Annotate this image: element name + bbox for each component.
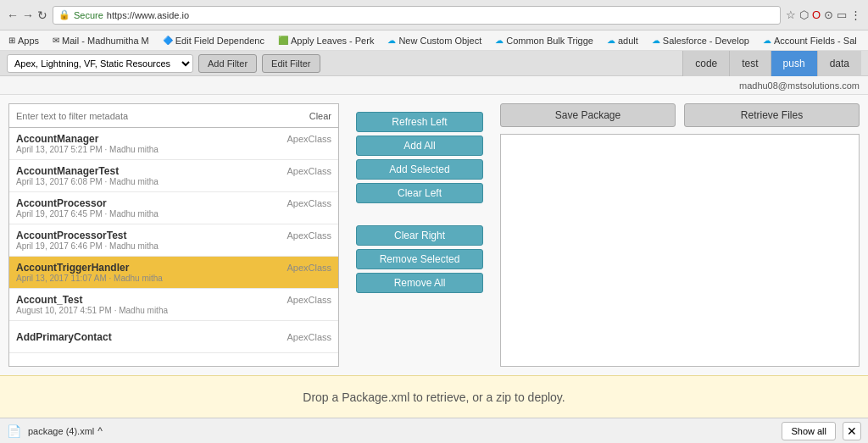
list-item[interactable]: AccountProcessorTest ApexClass April 19,… xyxy=(9,224,338,257)
tab-data[interactable]: data xyxy=(817,51,861,76)
drop-zone-message: Drop a Package.xml to retrieve, or a zip… xyxy=(303,390,565,404)
item-type: ApexClass xyxy=(287,295,331,305)
item-meta: April 13, 2017 11:07 AM · Madhu mitha xyxy=(16,274,331,283)
save-package-button[interactable]: Save Package xyxy=(500,103,676,127)
opera-icon[interactable]: O xyxy=(812,8,821,21)
browser-bar: ← → ↻ 🔒 Secure https://www.aside.io ☆ ⬡ … xyxy=(0,0,868,30)
bookmark-mail[interactable]: ✉ Mail - Madhumitha M xyxy=(49,34,153,47)
bookmarks-bar: ⊞ Apps ✉ Mail - Madhumitha M 🔷 Edit Fiel… xyxy=(0,30,868,51)
bookmark-bulk-trigger-label: Common Bulk Trigge xyxy=(506,36,593,46)
edit-field-icon: 🔷 xyxy=(163,36,173,45)
bookmark-account-fields-label: Account Fields - Sal xyxy=(774,36,857,46)
list-item[interactable]: Account_Test ApexClass August 10, 2017 4… xyxy=(9,289,338,321)
bookmark-apps[interactable]: ⊞ Apps xyxy=(5,34,42,47)
clear-left-button[interactable]: Clear Left xyxy=(356,183,483,203)
adult-icon: ☁ xyxy=(607,36,615,45)
filter-input[interactable] xyxy=(9,104,303,127)
filter-select[interactable]: Apex, Lightning, VF, Static Resources xyxy=(7,54,193,73)
item-meta: August 10, 2017 4:51 PM · Madhu mitha xyxy=(16,306,331,315)
browser-controls: ← → ↻ xyxy=(7,8,47,22)
new-custom-icon: ☁ xyxy=(387,36,396,45)
left-panel: Clear AccountManager ApexClass April 13,… xyxy=(8,103,339,367)
add-all-button[interactable]: Add All xyxy=(356,136,483,156)
item-name: Account_Test xyxy=(16,294,82,306)
drop-zone[interactable]: Drop a Package.xml to retrieve, or a zip… xyxy=(0,375,868,418)
window-icon[interactable]: ▭ xyxy=(837,8,847,21)
item-meta: April 19, 2017 6:45 PM · Madhu mitha xyxy=(16,209,331,219)
metadata-list: AccountManager ApexClass April 13, 2017 … xyxy=(8,127,339,367)
url-secure-label: Secure xyxy=(74,10,103,20)
right-list xyxy=(500,134,860,367)
middle-panel: Refresh Left Add All Add Selected Clear … xyxy=(348,103,492,367)
lock-icon: 🔒 xyxy=(58,9,70,20)
app-toolbar: Apex, Lightning, VF, Static Resources Ad… xyxy=(0,51,868,76)
tab-test[interactable]: test xyxy=(729,51,770,76)
filter-bar: Clear xyxy=(8,103,339,127)
bookmark-apply-leaves[interactable]: 🟩 Apply Leaves - Perk xyxy=(275,34,377,47)
star-icon[interactable]: ☆ xyxy=(786,8,796,21)
item-type: ApexClass xyxy=(287,134,331,144)
add-filter-button[interactable]: Add Filter xyxy=(198,54,257,73)
item-name: AccountProcessorTest xyxy=(16,230,126,241)
back-button[interactable]: ← xyxy=(7,8,19,22)
list-item[interactable]: AccountProcessor ApexClass April 19, 201… xyxy=(9,192,338,224)
add-selected-button[interactable]: Add Selected xyxy=(356,159,483,180)
refresh-left-button[interactable]: Refresh Left xyxy=(356,112,483,132)
bookmark-salesforce[interactable]: ☁ Salesforce - Develop xyxy=(648,34,753,47)
extensions-icon[interactable]: ⬡ xyxy=(799,8,809,21)
status-bar: 📄 package (4).xml ^ Show all ✕ xyxy=(0,418,868,443)
download-filename: package (4).xml xyxy=(28,426,94,436)
item-meta: April 19, 2017 6:46 PM · Madhu mitha xyxy=(16,241,331,251)
apply-leaves-icon: 🟩 xyxy=(278,36,288,45)
bookmark-edit-field[interactable]: 🔷 Edit Field Dependenc xyxy=(159,34,268,47)
menu-icon[interactable]: ⋮ xyxy=(850,8,861,21)
main-content: Clear AccountManager ApexClass April 13,… xyxy=(0,95,868,375)
item-type: ApexClass xyxy=(287,198,331,208)
list-item[interactable]: AddPrimaryContact ApexClass xyxy=(9,321,338,353)
bookmark-adult-label: adult xyxy=(618,36,638,46)
download-icon: 📄 xyxy=(7,424,21,438)
list-item[interactable]: AccountTriggerHandler ApexClass April 13… xyxy=(9,257,338,289)
browser-actions: ☆ ⬡ O ⊙ ▭ ⋮ xyxy=(786,8,861,21)
download-item: package (4).xml ^ xyxy=(28,425,103,437)
tab-code[interactable]: code xyxy=(682,51,729,76)
item-type: ApexClass xyxy=(287,166,331,176)
bookmark-adult[interactable]: ☁ adult xyxy=(604,34,642,47)
remove-selected-button[interactable]: Remove Selected xyxy=(356,249,483,269)
tab-push[interactable]: push xyxy=(771,51,817,76)
bookmark-new-custom-label: New Custom Object xyxy=(398,36,481,46)
bookmark-edit-field-label: Edit Field Dependenc xyxy=(175,36,264,46)
url-bar[interactable]: 🔒 Secure https://www.aside.io xyxy=(53,6,781,25)
bookmark-new-custom[interactable]: ☁ New Custom Object xyxy=(384,34,485,47)
bookmark-bulk-trigger[interactable]: ☁ Common Bulk Trigge xyxy=(492,34,597,47)
item-name: AccountTriggerHandler xyxy=(16,262,129,274)
close-status-button[interactable]: ✕ xyxy=(843,422,861,440)
edit-filter-button[interactable]: Edit Filter xyxy=(262,54,320,73)
chrome-icon[interactable]: ⊙ xyxy=(824,8,833,21)
item-type: ApexClass xyxy=(287,230,331,241)
nav-tabs: code test push data xyxy=(682,51,861,76)
retrieve-files-button[interactable]: Retrieve Files xyxy=(684,103,860,127)
forward-button[interactable]: → xyxy=(22,8,34,22)
bookmark-account-fields[interactable]: ☁ Account Fields - Sal xyxy=(760,34,860,47)
item-type: ApexClass xyxy=(287,332,331,342)
account-fields-icon: ☁ xyxy=(763,36,771,45)
item-name: AccountManagerTest xyxy=(16,165,119,177)
show-all-button[interactable]: Show all xyxy=(782,422,836,440)
item-name: AccountProcessor xyxy=(16,197,107,209)
bookmark-apply-leaves-label: Apply Leaves - Perk xyxy=(291,36,374,46)
list-item[interactable]: AccountManagerTest ApexClass April 13, 2… xyxy=(9,160,338,192)
refresh-button[interactable]: ↻ xyxy=(37,8,47,22)
item-name: AddPrimaryContact xyxy=(16,331,112,343)
item-name: AccountManager xyxy=(16,133,98,145)
remove-all-button[interactable]: Remove All xyxy=(356,273,483,293)
clear-right-button[interactable]: Clear Right xyxy=(356,225,483,246)
salesforce-icon: ☁ xyxy=(652,36,660,45)
list-item[interactable]: AccountManager ApexClass April 13, 2017 … xyxy=(9,128,338,160)
user-bar: madhu08@mstsolutions.com xyxy=(0,76,868,95)
apps-icon: ⊞ xyxy=(8,36,15,45)
clear-filter-button[interactable]: Clear xyxy=(303,111,338,121)
bookmark-apps-label: Apps xyxy=(18,36,39,46)
right-top-buttons: Save Package Retrieve Files xyxy=(500,103,860,127)
item-meta: April 13, 2017 6:08 PM · Madhu mitha xyxy=(16,177,331,186)
